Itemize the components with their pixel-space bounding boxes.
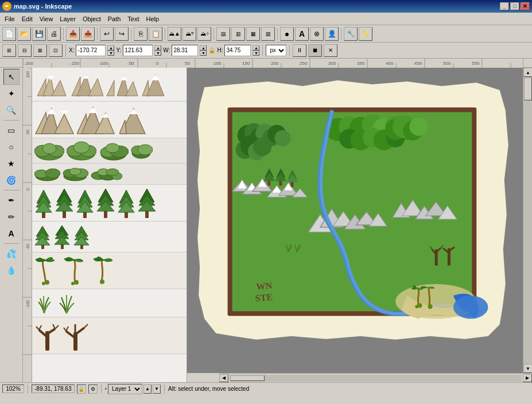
w-input[interactable] [172,45,198,56]
sprite-small-bush-3[interactable] [91,166,122,182]
undo-button[interactable]: ↩ [100,27,114,41]
horizontal-scrollbar[interactable]: ◀ ▶ [219,373,532,382]
pen-tool[interactable]: ✒ [3,192,20,208]
zoom-tool[interactable]: 🔍 [3,102,20,118]
snap-btn-2[interactable]: ⊟ [18,44,32,57]
x-spin-down[interactable]: ▼ [107,50,114,56]
select-tool[interactable]: ↖ [3,69,20,85]
menu-object[interactable]: Object [79,14,104,24]
scroll-thumb-v[interactable] [524,77,532,100]
scroll-track-h[interactable] [230,375,522,382]
circle-btn[interactable]: ● [280,27,294,41]
distribute-button[interactable]: ▧ [261,27,275,41]
w-spinner[interactable]: ▲ ▼ [200,45,207,56]
new-button[interactable]: 📄 [2,27,16,41]
x-spinner[interactable]: ▲ ▼ [107,45,114,56]
sprite-mountain-sm-2[interactable] [70,70,103,99]
sprite-tree-sm-3[interactable] [73,224,91,250]
sprite-tree-sm-1[interactable] [34,224,52,250]
w-spin-up[interactable]: ▲ [200,45,207,50]
w-spin-down[interactable]: ▼ [200,50,207,56]
sprite-bush-1[interactable] [34,141,64,161]
zoom-level[interactable]: 102% [2,384,24,393]
layer-down-icon[interactable]: ▼ [153,384,161,394]
y-spin-up[interactable]: ▲ [154,45,161,50]
sprite-tree-5[interactable] [117,187,135,219]
copy-button[interactable]: ⎘ [134,27,147,41]
y-input[interactable] [123,45,153,56]
sprite-bush-3[interactable] [99,141,129,161]
sprite-palm-3[interactable] [91,255,117,286]
export-button[interactable]: 📤 [81,27,95,41]
y-spin-down[interactable]: ▼ [154,50,161,56]
node-tool[interactable]: ✦ [3,86,20,102]
snap-btn-4[interactable]: ⊡ [49,44,63,57]
rect-tool[interactable]: ▭ [3,122,20,138]
h-spin-up[interactable]: ▲ [253,45,259,50]
sprite-grass-2[interactable] [57,292,77,314]
scroll-right-button[interactable]: ▶ [523,374,532,382]
letter-btn[interactable]: A [295,27,309,41]
pencil-tool[interactable]: ✏ [3,209,20,225]
sprite-small-bush-1[interactable] [34,166,60,182]
menu-view[interactable]: View [36,14,57,24]
sprite-palm-2[interactable] [63,255,88,286]
sprite-grass-1[interactable] [34,292,55,314]
sprite-dead-tree-2[interactable] [63,320,88,351]
open-button[interactable]: 📂 [17,27,31,41]
close-btn[interactable]: ✕ [324,44,337,57]
zoom-out-button[interactable]: ⛰▽ [182,27,196,41]
sprite-bush-4[interactable] [131,141,153,161]
coords-lock-icon[interactable]: 🔒 [77,384,86,394]
window-controls[interactable]: _ □ ✕ [500,2,530,10]
menu-text[interactable]: Text [124,14,142,24]
layer-up-icon[interactable]: ▲ [143,384,152,394]
wrench-btn[interactable]: 🔧 [344,27,358,41]
maximize-button[interactable]: □ [510,2,519,10]
sprite-dead-tree-1[interactable] [34,320,60,351]
snap-btn-3[interactable]: ⊠ [33,44,47,57]
sprite-tree-4[interactable] [96,187,115,219]
paste-button[interactable]: 📋 [149,27,162,41]
snap-btn-1[interactable]: ⊞ [2,44,16,57]
align-tl-button[interactable]: ▤ [216,27,230,41]
menu-help[interactable]: Help [143,14,163,24]
h-spin-down[interactable]: ▼ [253,50,259,56]
sprite-tree-3[interactable] [76,187,94,219]
sprite-tree-sm-2[interactable] [54,224,71,250]
scroll-track-v[interactable] [523,77,532,364]
menu-path[interactable]: Path [104,14,125,24]
menu-edit[interactable]: Edit [18,14,36,24]
coords-settings-icon[interactable]: ⚙ [88,384,98,394]
scroll-left-button[interactable]: ◀ [219,374,228,382]
zoom-fit-button[interactable]: ⛰◇ [197,27,211,41]
scroll-up-button[interactable]: ▲ [523,68,532,77]
spiral-tool[interactable]: 🌀 [3,172,20,188]
text-tool[interactable]: A [3,226,20,242]
spray-tool[interactable]: 💦 [3,246,20,262]
scroll-down-button[interactable]: ▼ [523,364,532,373]
sprite-tree-2[interactable] [55,187,73,219]
dropper-tool[interactable]: 💧 [3,262,20,278]
h-spinner[interactable]: ▲ ▼ [253,45,259,56]
sprite-tree-6[interactable] [138,187,156,219]
sprite-mountain-lg-2[interactable] [77,104,117,135]
sprite-tree-1[interactable] [34,187,53,219]
symbol-btn[interactable]: ⊗ [310,27,324,41]
sprite-mountain-lg-1[interactable] [34,104,75,135]
redo-button[interactable]: ↪ [115,27,129,41]
sprite-mountain-sm-4[interactable] [141,70,165,99]
menu-layer[interactable]: Layer [56,14,79,24]
sprite-palm-1[interactable] [34,255,60,286]
pause-btn[interactable]: ⏸ [293,44,306,57]
sprite-mountain-sm-3[interactable] [106,70,139,99]
import-button[interactable]: 📥 [66,27,80,41]
sprite-bush-2[interactable] [67,141,96,161]
x-spin-up[interactable]: ▲ [107,45,114,50]
x-input[interactable] [76,45,106,56]
unit-select[interactable]: pxmmcmin [266,45,286,56]
menu-file[interactable]: File [1,14,18,24]
print-button[interactable]: 🖨 [47,27,61,41]
sprite-mountain-sm-1[interactable] [34,70,68,99]
canvas-container[interactable]: WN STE [187,68,523,373]
